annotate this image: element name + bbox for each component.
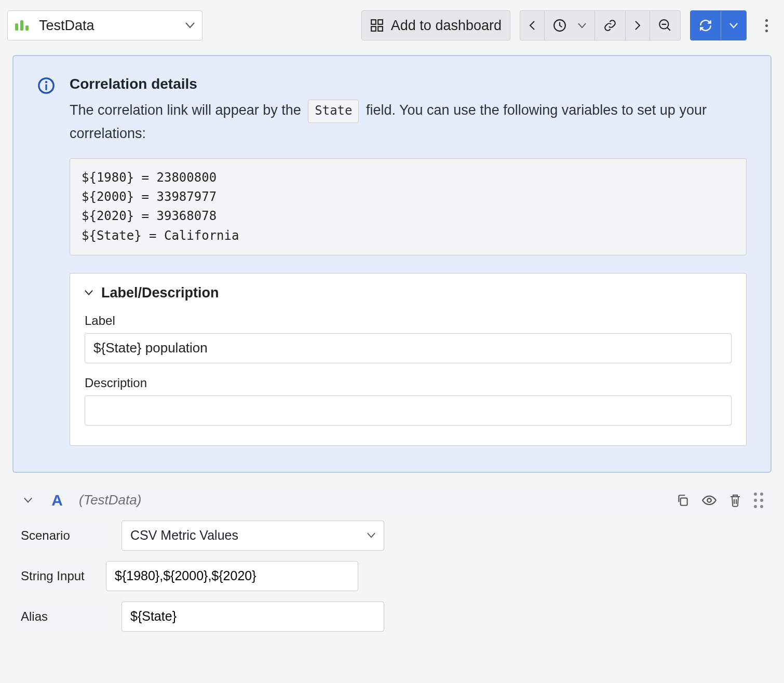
string-input-field[interactable] (106, 561, 358, 591)
refresh-interval-button[interactable] (721, 11, 746, 40)
query-letter[interactable]: A (46, 491, 69, 509)
datasource-name: TestData (39, 18, 94, 34)
more-menu-button[interactable] (756, 10, 777, 40)
time-range-forward-button[interactable] (626, 11, 650, 40)
chevron-down-icon (24, 497, 32, 503)
copy-icon (676, 494, 690, 507)
drag-handle[interactable] (754, 493, 763, 508)
correlation-details-card: Correlation details The correlation link… (12, 55, 772, 473)
chevron-down-icon (85, 290, 93, 296)
query-datasource-text: (TestData) (79, 492, 141, 508)
label-input[interactable] (85, 333, 732, 363)
chevron-right-icon (634, 20, 641, 31)
correlation-title: Correlation details (70, 76, 747, 92)
svg-rect-1 (378, 20, 383, 24)
trash-icon (729, 493, 741, 508)
clock-icon (553, 19, 566, 32)
refresh-button[interactable] (691, 11, 721, 40)
variables-code-block: ${1980} = 23800800 ${2000} = 33987977 ${… (70, 158, 747, 255)
refresh-icon (699, 19, 712, 32)
eye-icon (702, 495, 717, 506)
label-field-label: Label (85, 313, 732, 328)
scenario-select[interactable]: CSV Metric Values (121, 521, 384, 551)
toggle-visibility-button[interactable] (702, 495, 717, 506)
testdata-icon (15, 20, 32, 31)
time-range-back-button[interactable] (520, 11, 545, 40)
chevron-down-icon (578, 23, 586, 29)
duplicate-query-button[interactable] (676, 494, 690, 507)
link-icon (603, 19, 617, 32)
description-field-label: Description (85, 376, 732, 390)
add-to-dashboard-label: Add to dashboard (391, 18, 502, 34)
string-input-label: String Input (12, 561, 96, 591)
alias-field[interactable] (121, 602, 384, 632)
correlation-description: The correlation link will appear by the … (70, 100, 747, 145)
datasource-picker[interactable]: TestData (7, 10, 202, 40)
svg-point-10 (707, 498, 711, 502)
svg-rect-3 (378, 26, 383, 31)
time-picker-button[interactable] (545, 11, 595, 40)
kebab-icon (765, 19, 768, 32)
zoom-out-button[interactable] (650, 11, 680, 40)
chevron-down-icon (185, 22, 195, 29)
chevron-down-icon (729, 23, 738, 29)
dashboard-icon (370, 19, 384, 32)
info-icon (37, 77, 55, 94)
zoom-out-icon (658, 19, 672, 32)
scenario-value: CSV Metric Values (130, 528, 238, 543)
add-to-dashboard-button[interactable]: Add to dashboard (362, 11, 510, 40)
alias-label: Alias (12, 602, 111, 632)
query-collapse-toggle[interactable] (21, 494, 35, 507)
copy-link-button[interactable] (595, 11, 626, 40)
svg-point-7 (45, 81, 47, 83)
chevron-down-icon (367, 532, 375, 538)
svg-rect-0 (371, 20, 376, 24)
label-description-toggle[interactable]: Label/Description (85, 285, 732, 301)
svg-rect-9 (681, 498, 687, 505)
svg-rect-8 (45, 84, 47, 90)
scenario-label: Scenario (12, 521, 111, 551)
query-row-header: A (TestData) (12, 486, 772, 514)
field-chip: State (308, 100, 359, 123)
delete-query-button[interactable] (729, 493, 741, 508)
label-description-panel: Label/Description Label Description (70, 273, 747, 446)
svg-rect-2 (371, 26, 376, 31)
description-input[interactable] (85, 395, 732, 426)
chevron-left-icon (529, 20, 536, 31)
